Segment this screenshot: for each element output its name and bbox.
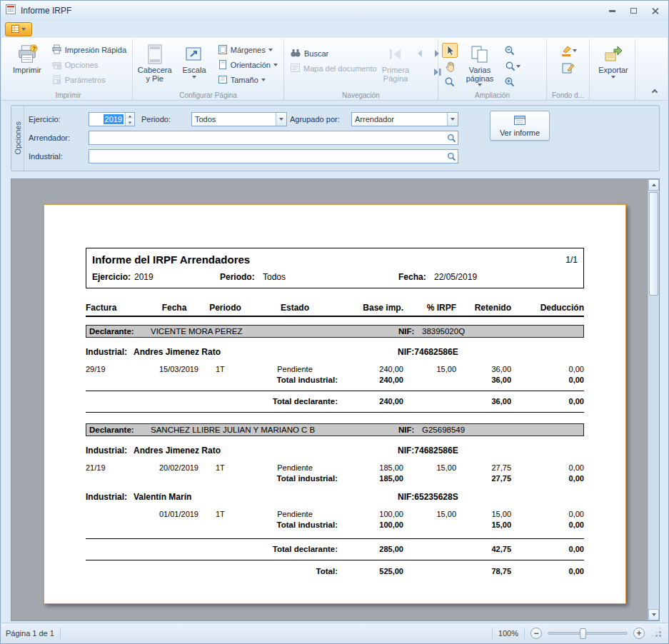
svg-text:?: ? bbox=[32, 45, 36, 52]
chevron-down-icon[interactable] bbox=[447, 113, 458, 126]
report-periodo-value: Todos bbox=[263, 272, 286, 282]
zoom-in-button[interactable] bbox=[502, 74, 518, 89]
cabecera-pie-button[interactable]: Cabecera y Pie bbox=[136, 41, 173, 88]
chevron-down-icon bbox=[261, 79, 266, 81]
imprimir-button[interactable]: ? Imprimir bbox=[8, 41, 46, 88]
background-color-button[interactable] bbox=[556, 43, 580, 58]
zoom-out-button[interactable] bbox=[502, 43, 518, 58]
grand-total-row: Total: 525,00 78,75 0,00 bbox=[86, 567, 584, 575]
primera-pagina-button[interactable]: Primera Página bbox=[382, 41, 410, 88]
industrial-name: Andres Jimenez Rato bbox=[134, 347, 221, 357]
chevron-down-icon bbox=[516, 65, 520, 68]
orientacion-button[interactable]: Orientación bbox=[216, 58, 280, 72]
declarante-band: Declarante: SANCHEZ LLIBRE JULIAN Y MARI… bbox=[86, 423, 584, 436]
report-preview-icon bbox=[513, 115, 526, 127]
industrial-label: Industrial: bbox=[29, 149, 63, 163]
report-periodo-label: Periodo: bbox=[220, 272, 255, 282]
zoom-out-icon bbox=[504, 45, 515, 56]
group-label-imprimir: Imprimir bbox=[4, 91, 132, 99]
spinner-up-button[interactable] bbox=[126, 113, 134, 119]
arrendador-input[interactable] bbox=[89, 132, 445, 144]
parameters-icon bbox=[51, 74, 62, 86]
parametros-button[interactable]: Parámetros bbox=[49, 73, 129, 87]
chevron-down-icon[interactable] bbox=[276, 113, 286, 126]
options-panel: Opciones Ejercicio: 2019 Periodo: Todos … bbox=[11, 105, 660, 171]
declarante-name: VICENTE MORA PEREZ bbox=[151, 326, 242, 338]
restore-button[interactable] bbox=[624, 4, 643, 17]
divider bbox=[86, 560, 584, 560]
close-button[interactable] bbox=[645, 4, 664, 17]
resize-grip[interactable] bbox=[652, 628, 663, 639]
previous-page-button[interactable] bbox=[412, 45, 428, 62]
group-label-navegacion: Navegación bbox=[284, 91, 438, 99]
exportar-button[interactable]: Exportar bbox=[593, 41, 633, 88]
total-industrial-row: Total industrial: 100,00 15,00 0,00 bbox=[86, 520, 584, 529]
printer-icon: ? bbox=[16, 43, 38, 66]
cursor-icon bbox=[445, 45, 455, 56]
scrollbar-thumb[interactable] bbox=[649, 192, 658, 296]
zoom-slider-thumb[interactable] bbox=[580, 628, 586, 639]
total-industrial-row: Total industrial: 185,00 27,75 0,00 bbox=[86, 474, 584, 483]
spinner-down-button[interactable] bbox=[126, 119, 134, 126]
pointer-tool-button[interactable] bbox=[442, 43, 458, 58]
zoom-in-button[interactable]: + bbox=[633, 628, 645, 639]
divider bbox=[86, 538, 584, 539]
report-column-headers: Factura Fecha Periodo Estado Base imp. %… bbox=[86, 303, 584, 317]
zoom-out-button[interactable]: − bbox=[530, 628, 542, 639]
scroll-up-button[interactable] bbox=[648, 179, 659, 191]
ribbon-group-ampliacion: Varias páginas Amplia bbox=[438, 39, 547, 100]
ver-informe-button[interactable]: Ver informe bbox=[490, 111, 550, 141]
declarante-nif: 38395020Q bbox=[422, 326, 465, 338]
zoom-percentage: 100% bbox=[498, 629, 518, 638]
scroll-down-button[interactable] bbox=[648, 609, 659, 620]
collapse-ribbon-button[interactable] bbox=[649, 86, 660, 96]
zoom-tool-button[interactable] bbox=[442, 74, 458, 89]
tamano-button[interactable]: Tamaño bbox=[216, 73, 280, 87]
agrupado-combo[interactable]: Arrendador bbox=[351, 112, 458, 126]
ejercicio-spinner[interactable]: 2019 bbox=[89, 112, 135, 126]
buscar-button[interactable]: Buscar bbox=[288, 46, 379, 61]
ribbon-group-fondo: Fondo d... bbox=[547, 39, 590, 100]
export-icon bbox=[603, 43, 623, 66]
industrial-input[interactable] bbox=[89, 151, 445, 162]
divider bbox=[86, 412, 584, 413]
report-header-box: Informe del IRPF Arrendadores 1/1 Ejerci… bbox=[86, 248, 584, 288]
mapa-documento-button[interactable]: Mapa del documento bbox=[288, 61, 379, 76]
magnifier-icon bbox=[444, 76, 456, 88]
periodo-combo[interactable]: Todos bbox=[191, 112, 287, 126]
report-fecha-value: 22/05/2019 bbox=[434, 272, 477, 282]
appbar bbox=[1, 21, 668, 38]
margenes-button[interactable]: Márgenes bbox=[216, 43, 280, 57]
window-title: Informe IRPF bbox=[21, 6, 603, 16]
minimize-button[interactable] bbox=[603, 4, 621, 17]
search-icon[interactable] bbox=[445, 152, 458, 161]
opciones-button[interactable]: Opciones bbox=[49, 58, 129, 72]
industrial-heading: Industrial: Andres Jimenez Rato NIF:7468… bbox=[86, 347, 584, 358]
page-size-icon bbox=[218, 74, 228, 86]
app-menu-button[interactable] bbox=[5, 22, 32, 36]
search-icon[interactable] bbox=[445, 134, 458, 143]
escala-button[interactable]: Escala bbox=[176, 41, 212, 88]
first-page-icon bbox=[387, 43, 404, 66]
total-industrial-row: Total industrial: 240,00 36,00 0,00 bbox=[86, 376, 584, 384]
zoom-slider[interactable] bbox=[548, 632, 628, 635]
hand-icon bbox=[445, 61, 456, 72]
group-label-ampliacion: Ampliación bbox=[438, 91, 546, 99]
hand-tool-button[interactable] bbox=[442, 59, 458, 74]
chevron-down-icon bbox=[478, 84, 482, 86]
vertical-scrollbar[interactable] bbox=[648, 179, 659, 620]
watermark-button[interactable] bbox=[559, 59, 578, 77]
options-tab[interactable]: Opciones bbox=[11, 106, 24, 171]
industrial-name: Valentín Marín bbox=[134, 492, 191, 502]
impresion-rapida-button[interactable]: Impresión Rápida bbox=[49, 43, 129, 57]
highlighter-icon bbox=[560, 44, 573, 57]
header-footer-icon bbox=[146, 43, 164, 66]
industrial-nif: NIF:74682586E bbox=[398, 446, 458, 456]
print-options-icon bbox=[51, 59, 62, 71]
chevron-down-icon bbox=[268, 49, 273, 51]
chevron-down-icon bbox=[573, 49, 577, 52]
industrial-heading: Industrial: Andres Jimenez Rato NIF:7468… bbox=[86, 446, 584, 456]
varias-paginas-button[interactable]: Varias páginas bbox=[461, 41, 499, 88]
scale-icon bbox=[184, 43, 204, 66]
zoom-level-button[interactable] bbox=[502, 59, 523, 74]
